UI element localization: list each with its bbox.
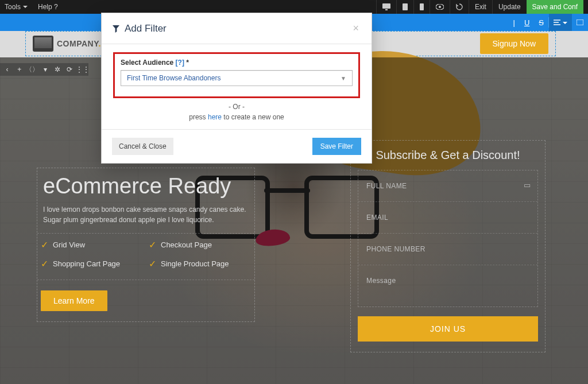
or-separator: - Or - [113,103,360,111]
add-icon[interactable]: + [14,64,24,75]
feature-item: ✓Checkout Page [149,239,251,250]
phone-field[interactable]: PHONE NUMBER [358,234,537,265]
settings-icon[interactable]: ✲ [53,64,63,75]
signup-button[interactable]: Signup Now [480,33,549,54]
exit-button[interactable]: Exit [469,0,492,14]
divider-icon[interactable]: | [509,14,520,31]
help-label: Help ? [38,3,58,11]
contact-card-icon: ▭ [524,181,531,189]
refresh-icon[interactable]: ⟳ [65,64,75,75]
email-field[interactable]: EMAIL [358,202,537,234]
full-name-field[interactable]: FULL NAME ▭ [358,170,537,202]
help-icon[interactable]: [?] [176,59,184,67]
audience-selected-value: First Time Browse Abandoners [127,74,220,82]
check-icon: ✓ [149,239,156,250]
hero-title: eCommerce Ready [37,168,254,202]
chevron-down-icon [23,3,28,11]
feature-item: ✓Shopping Cart Page [41,258,143,269]
mobile-preview-icon[interactable] [413,0,430,14]
hero-content-block[interactable]: eCommerce Ready I love lemon drops bonbo… [37,168,255,322]
filter-icon[interactable]: ▾ [40,64,50,75]
back-icon[interactable]: ‹ [2,64,12,75]
subscribe-title: Subscribe & Get a Discount! [358,145,538,170]
chevron-down-icon [563,18,567,27]
save-filter-button[interactable]: Save Filter [312,138,361,155]
element-toolstrip[interactable]: ‹ + 〈〉 ▾ ✲ ⟳ ⋮⋮ [0,63,88,76]
svg-rect-9 [577,20,583,25]
join-us-button[interactable]: JOIN US [358,316,538,342]
modal-footer: Cancel & Close Save Filter [102,129,372,163]
select-audience-label: Select Audience [?] * [121,59,353,67]
update-button[interactable]: Update [492,0,527,14]
feature-item: ✓Grid View [41,239,143,250]
highlighted-audience-box: Select Audience [?] * First Time Browse … [113,52,360,98]
history-icon[interactable] [450,0,469,14]
hero-subtitle: I love lemon drops bonbon cake sesame sn… [37,202,254,234]
subscribe-fields: FULL NAME ▭ EMAIL PHONE NUMBER Message [358,170,538,307]
create-new-hint: press here to create a new one [113,113,360,121]
modal-header: Add Filter × [102,13,372,44]
svg-rect-0 [382,3,390,9]
funnel-icon [112,25,120,33]
layout-button[interactable] [572,14,588,31]
align-button[interactable] [549,14,572,31]
feature-item: ✓Single Product Page [149,258,251,269]
help-menu[interactable]: Help ? [38,3,58,11]
feature-list: ✓Grid View ✓Checkout Page ✓Shopping Cart… [37,234,254,271]
grip-icon[interactable]: ⋮⋮ [77,64,88,75]
visibility-icon[interactable] [430,0,450,14]
tools-label: Tools [5,3,21,11]
message-field[interactable]: Message [358,265,537,307]
learn-more-button[interactable]: Learn More [41,290,107,311]
create-new-link[interactable]: here [208,113,222,121]
strike-button[interactable]: S [534,14,548,31]
top-system-bar: Tools Help ? Exit Update Save and Conf [0,0,588,14]
check-icon: ✓ [41,258,48,269]
svg-rect-1 [385,9,388,10]
close-icon[interactable]: × [350,21,361,36]
desktop-preview-icon[interactable] [376,0,396,14]
svg-rect-3 [420,3,424,10]
save-and-configure-button[interactable]: Save and Conf [527,0,583,14]
subscribe-form-block[interactable]: Subscribe & Get a Discount! FULL NAME ▭ … [350,140,546,352]
cancel-button[interactable]: Cancel & Close [112,138,173,155]
tools-menu[interactable]: Tools [5,3,28,11]
audience-select[interactable]: First Time Browse Abandoners ▼ [121,70,353,86]
logo-mark-icon [33,36,53,52]
modal-title: Add Filter [112,23,167,34]
chevron-down-icon: ▼ [341,75,346,82]
underline-button[interactable]: U [520,14,534,31]
tablet-preview-icon[interactable] [396,0,413,14]
check-icon: ✓ [41,239,48,250]
check-icon: ✓ [149,258,156,269]
code-icon[interactable]: 〈〉 [26,64,38,75]
svg-rect-2 [403,3,408,10]
add-filter-modal: Add Filter × Select Audience [?] * First… [101,13,372,164]
svg-point-5 [439,6,441,8]
